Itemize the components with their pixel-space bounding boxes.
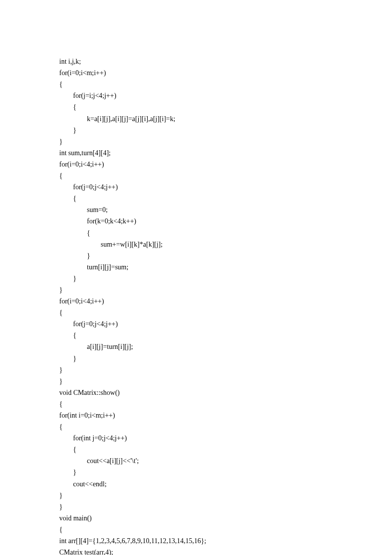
code-page: int i,j,k; for(i=0;i<m;i++) { for(j=i;j<… <box>0 0 392 555</box>
code-block: int i,j,k; for(i=0;i<m;i++) { for(j=i;j<… <box>59 56 333 555</box>
